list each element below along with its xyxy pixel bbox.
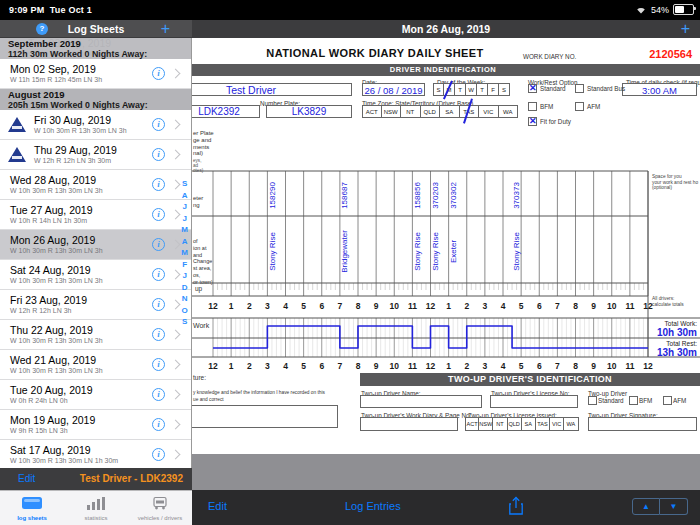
odometer-entry: 370373 [512,182,521,209]
index-letter[interactable]: N [181,293,188,305]
state-box: WA [499,105,519,118]
state-box: S [433,83,444,96]
index-letter[interactable]: J [181,201,188,213]
plate2-field: LK3829 [266,105,352,118]
afm-checkbox [575,102,584,111]
hour-label: 4 [283,301,288,311]
state-box: WA [564,417,578,431]
log-entries-button[interactable]: Log Entries [345,500,401,512]
driver-identification-header: DRIVER INDENTIFICATION [186,64,700,76]
info-icon[interactable]: i [152,418,165,431]
index-letter[interactable]: A [181,236,188,248]
hour-label: 12 [208,361,218,371]
two-up-name-field [360,395,482,408]
log-sheet-row[interactable]: Wed 28 Aug, 2019W 10h 30m R 13h 30m LN 3… [0,170,191,200]
hour-label: 6 [319,301,324,311]
bfm-label: BFM [540,103,553,110]
log-sheet-row[interactable]: Sat 24 Aug, 2019W 10h 30m R 13h 30m LN 3… [0,260,191,290]
info-icon[interactable]: i [152,448,165,461]
two-up-bfm-label: BFM [639,397,652,404]
index-letter[interactable]: D [181,282,188,294]
timezone-state-boxes: ACTNSWNTQLDSATASVICWA [362,105,518,118]
text-line: er Plate [193,130,214,137]
status-right: 54% [635,4,694,15]
edit-sheet-button[interactable]: Edit [208,500,227,512]
info-icon[interactable]: i [152,67,165,80]
index-letter[interactable]: J [181,213,188,225]
log-sheet-row[interactable]: Wed 21 Aug, 2019W 10h 30m R 13h 30m LN 3… [0,350,191,380]
standard-checkbox: ✕ [528,84,537,93]
text-line: ge and [193,137,214,144]
info-icon[interactable]: i [152,238,165,251]
index-letter[interactable]: A [181,190,188,202]
status-time: 9:09 PM Tue Oct 1 [9,5,92,15]
info-icon[interactable]: i [152,298,165,311]
state-box: NT [401,105,421,118]
section-index-scrubber[interactable]: SAJJMAMFJDNOS [181,178,188,328]
info-icon[interactable]: i [152,148,165,161]
info-icon[interactable]: i [152,178,165,191]
log-sheet-row[interactable]: Fri 23 Aug, 2019W 12h R 12h LN 3hi [0,290,191,320]
log-sheet-row[interactable]: Tue 20 Aug, 2019W 0h R 24h LN 0hi [0,380,191,410]
standard-label: Standard [540,85,566,92]
two-up-state-boxes: ACTNSWNTQLDSATASVICWA [465,417,579,431]
hour-label: 8 [573,301,578,311]
index-letter[interactable]: M [181,224,188,236]
log-sheet-row[interactable]: Sat 17 Aug, 2019W 10h 30m R 13h 30m LN 1… [0,440,191,468]
index-letter[interactable]: F [181,259,188,271]
info-icon[interactable]: i [152,388,165,401]
info-icon[interactable]: i [152,328,165,341]
state-box: VIC [550,417,564,431]
odometer-entry: 370302 [449,182,458,209]
index-letter[interactable]: S [181,178,188,190]
tab-statistics[interactable]: statistics [66,496,126,521]
plate2-value: LK3829 [267,106,351,117]
share-icon[interactable] [508,496,524,516]
tab-log-sheets[interactable]: log sheets [2,496,62,521]
log-sheet-row[interactable]: Fri 30 Aug, 2019W 10h 30m R 13h 30m LN 3… [0,110,191,140]
two-up-standard-checkbox [588,396,597,405]
two-up-header: TWO-UP DRIVER'S IDENTIFICATION [360,373,700,386]
log-sheet-row[interactable]: Mon 26 Aug, 2019W 10h 30m R 13h 30m LN 3… [0,230,191,260]
previous-sheet-button[interactable]: ▲ [632,498,660,515]
edit-button[interactable]: Edit [18,473,35,484]
current-driver-label: Test Driver - LDK2392 [80,473,183,484]
info-icon[interactable]: i [152,208,165,221]
flag-triangle-icon [8,147,26,162]
state-box: QLD [508,417,522,431]
hour-label: 7 [338,301,343,311]
truck-icon [150,496,170,514]
log-sheet-row[interactable]: Tue 27 Aug, 2019W 10h R 14h LN 1h 30mi [0,200,191,230]
log-sheet-row[interactable]: Mon 02 Sep, 2019W 11h 15m R 12h 45m LN 3… [0,59,191,89]
index-letter[interactable]: J [181,270,188,282]
declaration-line1: y knowledge and belief the information I… [193,390,325,395]
text-line: ments [193,144,214,151]
info-icon[interactable]: i [152,358,165,371]
two-up-license-field [490,395,578,408]
statistics-icon [86,496,106,514]
hour-label: 2 [464,361,469,371]
info-icon[interactable]: i [152,118,165,131]
log-sheet-row[interactable]: Mon 19 Aug, 2019W 9h R 15h LN 3hi [0,410,191,440]
section-subtitle: 205h 15m Worked 0 Nights Away: [8,100,191,110]
index-letter[interactable]: M [181,247,188,259]
index-letter[interactable]: S [181,316,188,328]
state-box: NSW [382,105,402,118]
two-up-afm-label: AFM [673,397,686,404]
section-subtitle: 112h 30m Worked 0 Nights Away: [8,49,191,59]
section-header: September 2019112h 30m Worked 0 Nights A… [0,38,191,59]
log-sheet-row[interactable]: Thu 22 Aug, 2019W 10h 30m R 13h 30m LN 3… [0,320,191,350]
next-sheet-button[interactable]: ▼ [660,498,688,515]
date-value: 26 / 08 / 2019 [363,85,424,96]
fit-for-duty-label: Fit for Duty [540,118,571,125]
info-icon[interactable]: i [152,268,165,281]
hour-label: 5 [519,301,524,311]
hour-label: 6 [537,361,542,371]
log-sheet-row[interactable]: Thu 29 Aug, 2019W 12h R 12h LN 3h 30mi [0,140,191,170]
add-entry-button[interactable]: + [681,21,690,37]
add-log-sheet-button[interactable]: + [161,21,170,37]
tab-vehicles-drivers[interactable]: vehicles / drivers [130,496,190,521]
state-box: ACT [362,105,382,118]
hour-label: 1 [229,301,234,311]
index-letter[interactable]: O [181,305,188,317]
